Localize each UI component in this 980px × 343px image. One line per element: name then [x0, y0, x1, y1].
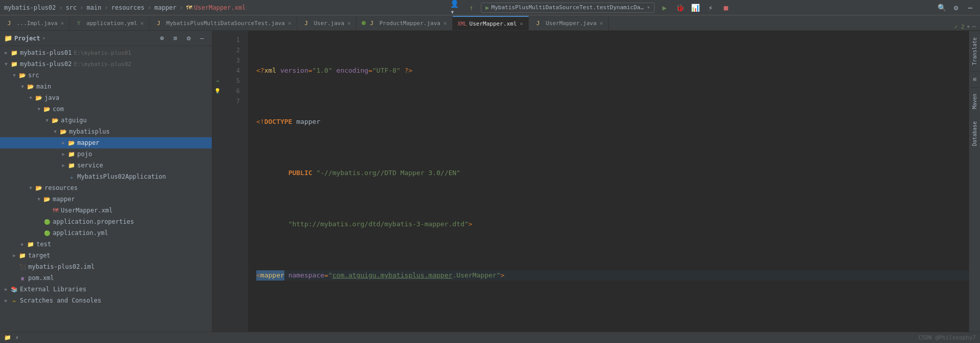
tree-item-resources[interactable]: ▼ 📂 resources: [0, 182, 212, 194]
translate-tab[interactable]: Translate: [970, 31, 979, 71]
sidebar-settings-icon[interactable]: ⚙: [183, 33, 194, 44]
tree-item-mapper[interactable]: ▶ 📂 mapper: [0, 137, 212, 148]
close-usermapperjava[interactable]: ×: [599, 20, 603, 27]
tab-usermapperxml[interactable]: XML UserMapper.xml ×: [453, 16, 529, 30]
status-left: 📁 ⚡: [4, 334, 19, 341]
breadcrumb-main[interactable]: main: [86, 4, 101, 11]
tree-item-app-yml[interactable]: ▶ 🟢 application.yml: [0, 227, 212, 239]
tree-item-mapper-res[interactable]: ▼ 📂 mapper: [0, 194, 212, 205]
close-usermapperxml[interactable]: ×: [520, 20, 523, 27]
vcs-icon[interactable]: ↑: [465, 2, 477, 13]
tree-item-java[interactable]: ▼ 📂 java: [0, 92, 212, 103]
tree-item-iml[interactable]: ▶ ⬛ mybatis-plus02.iml: [0, 261, 212, 272]
m-tab[interactable]: m: [970, 71, 979, 87]
expand-tabs[interactable]: ▾: [967, 23, 970, 30]
tab-impl[interactable]: J ...Impl.java ×: [0, 16, 70, 30]
top-bar: mybatis-plus02 › src › main › resources …: [0, 0, 980, 15]
gutter-5[interactable]: ⇒: [212, 76, 222, 86]
code-content[interactable]: <?xml version="1.0" encoding="UTF-8" ?> …: [248, 31, 969, 332]
productmapper-dot: [362, 21, 366, 25]
database-tab[interactable]: Database: [970, 115, 979, 152]
tab-productmapper[interactable]: J ProductMapper.java ×: [357, 16, 453, 30]
tree-item-ext-libs[interactable]: ▶ 📚 External Libraries: [0, 284, 212, 295]
line1-enc-val: "UTF-8": [372, 66, 400, 76]
breadcrumb-src[interactable]: src: [65, 4, 77, 11]
expand-com: ▼: [35, 106, 43, 112]
tree-item-target[interactable]: ▶ 📁 target: [0, 250, 212, 261]
atguigu-icon: 📂: [51, 117, 59, 124]
src-label: src: [28, 72, 39, 79]
tab-usermapperjava[interactable]: J UserMapper.java ×: [529, 16, 609, 30]
tree-item-pom[interactable]: ▶ ▣ pom.xml: [0, 272, 212, 284]
more-button[interactable]: ⋯: [965, 2, 976, 13]
iml-label: mybatis-plus02.iml: [28, 263, 95, 270]
breadcrumb-project[interactable]: mybatis-plus02: [4, 4, 56, 11]
close-productmapper[interactable]: ×: [443, 20, 447, 27]
sidebar-header: 📁 Project ▾ ⊕ ≡ ⚙ —: [0, 31, 212, 46]
search-everywhere-button[interactable]: 🔍: [936, 2, 947, 13]
tab-appyml[interactable]: Y application.yml ×: [70, 16, 149, 30]
close-appyml[interactable]: ×: [140, 20, 144, 27]
xml-tab-icon: XML: [458, 21, 466, 27]
app-yml-label: application.yml: [53, 229, 108, 237]
error-count: ✓ 2: [954, 24, 965, 30]
expand-main: ▼: [18, 84, 27, 89]
tree-item-scratches[interactable]: ▶ ✏️ Scratches and Consoles: [0, 295, 212, 306]
tree-item-mybatisplus[interactable]: ▼ 📂 mybatisplus: [0, 126, 212, 137]
close-impl[interactable]: ×: [60, 20, 64, 27]
sidebar-dropdown-icon[interactable]: ▾: [42, 35, 46, 41]
mybatis-plus01-path: E:\mybatis-plus01: [74, 50, 131, 56]
close-mytest[interactable]: ×: [288, 20, 292, 27]
tree-item-com[interactable]: ▼ 📂 com: [0, 103, 212, 115]
stop-button[interactable]: ■: [720, 2, 731, 13]
tabs-more[interactable]: ⋯: [972, 23, 976, 30]
tree-item-test[interactable]: ▶ 📁 test: [0, 239, 212, 250]
java-label: java: [44, 94, 59, 101]
main-icon: 📂: [27, 83, 35, 90]
run-config-selector[interactable]: ▶ MybatisPlusMultiDataSourceTest.testDyn…: [481, 3, 655, 13]
maven-tab[interactable]: Maven: [970, 87, 979, 115]
expand-ext-libs: ▶: [2, 287, 10, 292]
tree-item-app[interactable]: ▶ ☕ MybatisPlus02Application: [0, 171, 212, 182]
src-icon: 📂: [18, 72, 27, 79]
sep1: ›: [59, 4, 62, 11]
sidebar-more-icon[interactable]: —: [196, 33, 208, 44]
tree-item-atguigu[interactable]: ▼ 📂 atguigu: [0, 115, 212, 126]
breadcrumb-mapper[interactable]: mapper: [154, 4, 176, 11]
tab-impl-label: ...Impl.java: [17, 20, 57, 27]
tab-mytest[interactable]: J MybatisPlusMultiDataSourceTest.java ×: [149, 16, 297, 30]
line5-space: [284, 270, 288, 281]
tree-item-main[interactable]: ▼ 📂 main: [0, 81, 212, 92]
line5-gt: >: [500, 270, 504, 281]
profile-icon[interactable]: 👤▾: [450, 2, 461, 13]
tree-item-src[interactable]: ▼ 📂 src: [0, 70, 212, 81]
close-user[interactable]: ×: [347, 20, 351, 27]
tab-user[interactable]: J User.java ×: [297, 16, 357, 30]
com-icon: 📂: [43, 106, 51, 113]
ext-libs-icon: 📚: [10, 286, 18, 293]
run-button[interactable]: ▶: [659, 2, 670, 13]
add-config-icon[interactable]: ⊕: [157, 33, 168, 44]
profile-run-button[interactable]: ⚡: [705, 2, 716, 13]
bulb-gutter-icon[interactable]: 💡: [214, 86, 220, 96]
mapper-gutter-icon[interactable]: ⇒: [215, 76, 219, 86]
debug-button[interactable]: 🐞: [674, 2, 685, 13]
main-content: 📁 Project ▾ ⊕ ≡ ⚙ — ▶ 📁 mybatis-plus01 E…: [0, 31, 980, 332]
collapse-all-icon[interactable]: ≡: [170, 33, 181, 44]
tree-item-service[interactable]: ▶ 📁 service: [0, 160, 212, 171]
tree-item-mybatis-plus02[interactable]: ▼ 📁 mybatis-plus02 E:\mybatis-plus02: [0, 58, 212, 70]
breadcrumb-file: 🗺UserMapper.xml: [186, 4, 246, 11]
code-editor[interactable]: ⇒ 💡 1 2 3 4 5 6 7 <?xml v: [212, 31, 969, 332]
settings-button[interactable]: ⚙: [950, 2, 962, 13]
structure-icon-status[interactable]: ⚡: [15, 334, 19, 341]
project-icon-status[interactable]: 📁: [4, 334, 11, 341]
tree-item-pojo[interactable]: ▶ 📁 pojo: [0, 148, 212, 160]
tree-item-usermapper-xml[interactable]: ▶ 🗺 UserMapper.xml: [0, 205, 212, 216]
tree-item-mybatis-plus01[interactable]: ▶ 📁 mybatis-plus01 E:\mybatis-plus01: [0, 47, 212, 58]
coverage-button[interactable]: 📊: [689, 2, 701, 13]
breadcrumb-resources[interactable]: resources: [111, 4, 144, 11]
line1-enc-attr: encoding: [337, 66, 369, 76]
line-numbers: 1 2 3 4 5 6 7: [222, 31, 248, 332]
tree-item-app-prop[interactable]: ▶ 🟢 application.properties: [0, 216, 212, 227]
line1-punct2: ?>: [405, 66, 413, 76]
